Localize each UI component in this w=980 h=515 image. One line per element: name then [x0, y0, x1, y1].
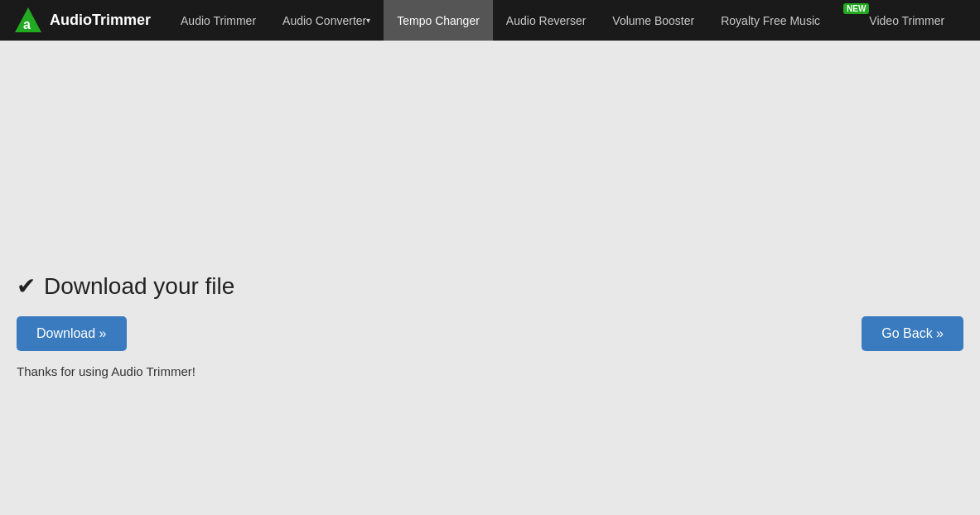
download-button[interactable]: Download » — [17, 316, 127, 351]
nav-link-video-trimmer[interactable]: NEW Video Trimmer — [833, 0, 958, 41]
download-title: ✔ Download your file — [17, 272, 963, 300]
nav-link-royalty-free-music[interactable]: Royalty Free Music — [707, 0, 833, 41]
main-nav: a AudioTrimmer Audio Trimmer Audio Conve… — [0, 0, 980, 41]
brand-logo[interactable]: a AudioTrimmer — [13, 6, 151, 36]
nav-link-volume-booster[interactable]: Volume Booster — [599, 0, 707, 41]
brand-name: AudioTrimmer — [50, 12, 151, 29]
nav-links: Audio Trimmer Audio Converter Tempo Chan… — [167, 0, 958, 41]
go-back-button[interactable]: Go Back » — [862, 316, 963, 351]
nav-item-royalty-free-music[interactable]: Royalty Free Music — [707, 0, 833, 41]
nav-link-audio-converter[interactable]: Audio Converter — [269, 0, 384, 41]
svg-text:a: a — [23, 17, 31, 31]
nav-link-tempo-changer[interactable]: Tempo Changer — [384, 0, 493, 41]
buttons-row: Download » Go Back » — [17, 316, 963, 351]
nav-link-audio-reverser[interactable]: Audio Reverser — [493, 0, 600, 41]
checkmark-icon: ✔ — [17, 272, 36, 300]
nav-item-audio-trimmer[interactable]: Audio Trimmer — [167, 0, 269, 41]
download-section: ✔ Download your file Download » Go Back … — [0, 272, 980, 378]
nav-item-volume-booster[interactable]: Volume Booster — [599, 0, 707, 41]
logo-icon: a — [13, 6, 43, 36]
nav-item-audio-reverser[interactable]: Audio Reverser — [493, 0, 600, 41]
nav-item-audio-converter[interactable]: Audio Converter — [269, 0, 384, 41]
nav-link-audio-trimmer[interactable]: Audio Trimmer — [167, 0, 269, 41]
nav-item-tempo-changer[interactable]: Tempo Changer — [384, 0, 493, 41]
new-badge: NEW — [843, 3, 869, 14]
nav-item-video-trimmer[interactable]: NEW Video Trimmer — [833, 0, 958, 41]
download-title-text: Download your file — [44, 273, 234, 300]
thanks-text: Thanks for using Audio Trimmer! — [17, 364, 963, 378]
